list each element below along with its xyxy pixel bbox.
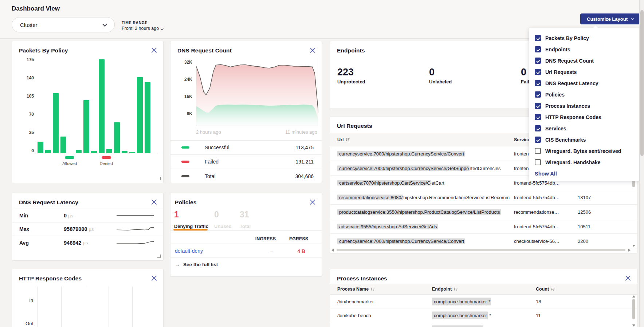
chart-legend: Allowed Denied — [12, 156, 163, 166]
checkbox[interactable] — [535, 125, 541, 131]
column-header-endpoint[interactable]: Endpoint — [432, 287, 458, 292]
menu-item-policies[interactable]: Policies — [529, 89, 639, 100]
bar — [122, 151, 127, 153]
bar — [99, 59, 105, 153]
menu-item-dns-request-count[interactable]: DNS Request Count — [529, 55, 639, 66]
time-range-from[interactable]: From: 2 hours ago — [122, 26, 163, 31]
allowed-swatch — [65, 156, 74, 159]
scrollbar-thumb[interactable] — [337, 249, 625, 251]
column-header-url[interactable]: Url — [337, 137, 350, 142]
vertical-scrollbar[interactable] — [632, 295, 636, 327]
legend-item-denied: Denied — [99, 156, 113, 166]
table-row: /bin/kube-bench compliance-benchmarker-*… — [330, 308, 637, 322]
scrollbar-thumb[interactable] — [640, 10, 644, 156]
checkbox[interactable] — [535, 69, 541, 75]
menu-item-process-instances[interactable]: Process Instances — [529, 100, 639, 111]
close-icon[interactable] — [151, 47, 157, 54]
checkbox[interactable] — [535, 58, 541, 64]
scroll-down-icon[interactable] — [632, 245, 635, 247]
policy-link[interactable]: default-deny — [175, 248, 203, 254]
scroll-down-icon[interactable] — [632, 324, 635, 327]
chevron-down-icon — [102, 22, 107, 27]
divider — [170, 257, 322, 257]
column-header-count[interactable]: Count — [536, 287, 555, 292]
checkbox[interactable] — [535, 103, 541, 109]
menu-item-cis-benchmarks[interactable]: CIS Benchmarks — [529, 134, 639, 145]
chart-legend: Successful 113,475 Failed 191,211 Total … — [170, 140, 322, 183]
y-tick: 70 — [18, 112, 34, 117]
card-title: Url Requests — [337, 123, 372, 129]
latency-row-min: Min 0 µs — [12, 209, 163, 222]
menu-item-url-requests[interactable]: Url Requests — [529, 66, 639, 78]
card-title: DNS Request Count — [177, 47, 232, 54]
checkbox[interactable] — [535, 148, 541, 154]
time-range-label: TIME RANGE — [122, 20, 163, 25]
table-row: recommendationservice:8080/hipstershop.R… — [330, 190, 637, 205]
checkbox[interactable] — [535, 137, 541, 143]
y-tick: 35 — [18, 130, 34, 135]
close-icon[interactable] — [151, 199, 157, 205]
avg-sparkline — [116, 239, 154, 247]
table-row: productcatalogservice:3550/hipstershop.P… — [330, 205, 637, 219]
close-icon[interactable] — [309, 47, 316, 54]
y-tick: 8K — [176, 111, 192, 116]
tab-unused[interactable]: 0 Unused — [214, 210, 232, 229]
menu-item-http-response-codes[interactable]: HTTP Response Codes — [529, 111, 639, 123]
failed-swatch — [181, 161, 189, 163]
checkbox[interactable] — [535, 80, 541, 86]
scroll-up-icon[interactable] — [632, 295, 635, 298]
scrollbar-thumb[interactable] — [632, 299, 635, 319]
bar — [106, 149, 112, 153]
checkbox[interactable] — [535, 46, 541, 52]
policy-egress-value: 4 B — [297, 248, 305, 254]
menu-item-wireguard-handshake[interactable]: Wireguard. Handshake — [529, 157, 639, 168]
resize-handle[interactable] — [157, 177, 161, 180]
scroll-left-icon[interactable] — [331, 249, 334, 252]
column-header-process-name[interactable]: Process Name — [337, 287, 375, 292]
sort-icon — [453, 287, 458, 291]
bar — [45, 150, 51, 153]
bar — [137, 77, 143, 153]
policies-card: Policies 1 Denying Traffic 0 Unused 31 T… — [170, 193, 322, 277]
stat-unprotected: 223 Unprotected — [337, 67, 429, 84]
see-full-list-link[interactable]: → See the full list — [175, 261, 218, 267]
bar — [83, 100, 89, 153]
chevron-down-icon — [161, 27, 164, 30]
card-title: Process Instances — [337, 275, 387, 282]
http-response-codes-card: HTTP Response Codes In Out — [12, 269, 164, 327]
horizontal-scrollbar[interactable] — [331, 248, 631, 252]
bar — [91, 151, 97, 153]
checkbox[interactable] — [535, 35, 541, 41]
menu-item-packets-by-policy[interactable]: Packets By Policy — [529, 32, 639, 44]
checkbox[interactable] — [535, 114, 541, 120]
total-swatch — [181, 175, 189, 177]
tab-total[interactable]: 31 Total — [240, 210, 251, 229]
page-scrollbar[interactable] — [639, 0, 644, 327]
close-icon[interactable] — [309, 199, 316, 205]
cluster-select-value: Cluster — [20, 22, 38, 28]
bar — [68, 153, 74, 153]
customize-layout-button[interactable]: Customize Layout — [580, 13, 640, 24]
cluster-select[interactable]: Cluster — [12, 17, 115, 32]
resize-handle[interactable] — [157, 255, 161, 258]
menu-item-endpoints[interactable]: Endpoints — [529, 44, 639, 55]
checkbox[interactable] — [535, 159, 541, 165]
latency-row-avg: Avg 946942 µs — [12, 236, 163, 249]
table-row: benchmarker compliance-benchmarker-* 9 — [330, 322, 637, 327]
show-all-link[interactable]: Show All — [535, 171, 633, 177]
checkbox[interactable] — [535, 91, 541, 98]
divider — [170, 244, 322, 244]
divider — [170, 231, 322, 231]
close-icon[interactable] — [151, 275, 157, 281]
menu-item-services[interactable]: Services — [529, 123, 639, 134]
packets-by-policy-card: Packets By Policy 175 140 105 70 35 0 Al… — [12, 41, 164, 183]
menu-item-dns-request-latency[interactable]: DNS Request Latency — [529, 78, 639, 89]
scroll-right-icon[interactable] — [628, 249, 631, 252]
y-tick: 175 — [18, 57, 34, 62]
bar — [152, 153, 158, 153]
menu-item-wireguard-bytes[interactable]: Wireguard. Bytes sent/received — [529, 145, 639, 157]
card-title: HTTP Response Codes — [19, 275, 82, 282]
tab-denying-traffic[interactable]: 1 Denying Traffic — [174, 210, 208, 229]
bar — [114, 122, 120, 154]
close-icon[interactable] — [625, 275, 631, 281]
